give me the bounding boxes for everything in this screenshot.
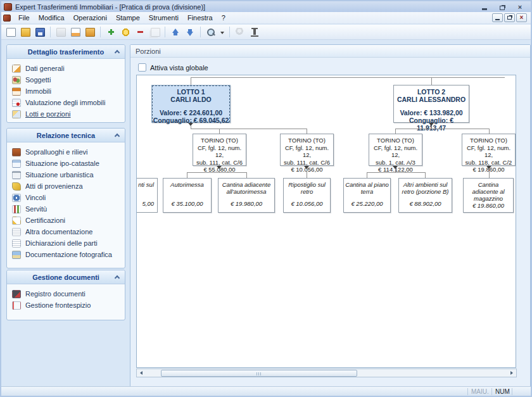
panel-header[interactable]: Relazione tecnica <box>7 129 125 142</box>
zoom-button[interactable] <box>205 26 217 39</box>
status-divider <box>467 388 468 395</box>
scroll-left-button[interactable] <box>137 369 146 377</box>
lot-node-lotto-1[interactable]: LOTTO 1 CARLI ALDO Valore: € 224.601,00 … <box>151 85 231 123</box>
export-document-button[interactable] <box>69 26 82 39</box>
restore-icon <box>507 16 512 20</box>
sidebar-item-soggetti[interactable]: Soggetti <box>12 74 122 85</box>
unit-node-4[interactable]: TORINO (TO) CF, fgl. 12, num. 12, sub. 1… <box>462 134 516 166</box>
menu-strumenti[interactable]: Strumenti <box>144 13 183 23</box>
global-view-checkbox[interactable] <box>138 63 146 72</box>
status-bar: MAIU. NUM <box>1 386 531 396</box>
copy-button[interactable] <box>148 26 161 39</box>
sidebar-item-servitu[interactable]: Servitù <box>12 203 122 215</box>
magnifier-icon <box>206 28 216 37</box>
portion-node-cantina-autorimessa[interactable]: Cantina adiacente all'autorimessa € 19.9… <box>218 178 275 213</box>
menu-operazioni[interactable]: Operazioni <box>69 13 111 23</box>
unit-node-3[interactable]: TORINO (TO) CF, fgl. 12, num. 12, sub. 1… <box>369 134 422 166</box>
new-button[interactable] <box>4 26 17 39</box>
lots-icon <box>12 110 21 118</box>
minimize-button[interactable] <box>480 3 489 11</box>
window-controls: × <box>480 3 528 11</box>
portion-value: € 88.902,00 <box>400 200 451 207</box>
toolbar <box>1 25 531 40</box>
sidebar-item-valutazione[interactable]: Valutazione degli immobili <box>12 97 122 108</box>
portion-node-ripostiglio[interactable]: Ripostiglio sul retro € 10.056,00 <box>283 178 331 213</box>
menu-stampe[interactable]: Stampe <box>111 13 144 23</box>
mdi-restore-button[interactable] <box>504 13 515 22</box>
lot-owner: CARLI ALDO <box>152 96 230 103</box>
portion-node-cantina-magazzino[interactable]: Cantina adiacente al magazzino € 19.860,… <box>463 178 514 213</box>
column-view-button[interactable] <box>248 26 261 39</box>
sidebar-item-gestione-frontespizio[interactable]: Gestione frontespizio <box>12 299 122 311</box>
unit-node-2[interactable]: TORINO (TO) CF, fgl. 12, num. 12, sub. 1… <box>280 134 334 166</box>
portion-node-clipped[interactable]: nti sul 5,00 <box>136 178 158 213</box>
export-folder-icon <box>86 28 95 37</box>
sidebar-item-immobili[interactable]: Immobili <box>12 85 122 97</box>
portion-node-autorimessa[interactable]: Autorimessa € 35.100,00 <box>163 178 212 213</box>
sidebar-item-certificazioni[interactable]: Certificazioni <box>12 215 122 226</box>
sidebar-item-vincoli[interactable]: Vincoli <box>12 192 122 203</box>
collapse-chevron-icon[interactable] <box>115 275 120 280</box>
panel-title: Relazione tecnica <box>37 132 95 139</box>
unit-city: TORINO (TO) <box>281 137 333 144</box>
sidebar-item-dati-generali[interactable]: Dati generali <box>12 63 122 74</box>
modify-button[interactable] <box>119 26 132 39</box>
menu-finestra[interactable]: Finestra <box>183 13 217 23</box>
mdi-close-button[interactable]: × <box>516 13 527 22</box>
print-button[interactable] <box>54 26 67 39</box>
photos-icon <box>12 251 21 259</box>
lot-owner: CARLI ALESSANDRO <box>394 96 469 103</box>
sidebar-item-urbanistica[interactable]: Situazione urbanistica <box>12 169 122 180</box>
lot-node-lotto-2[interactable]: LOTTO 2 CARLI ALESSANDRO Valore: € 133.9… <box>393 85 469 123</box>
minimize-icon <box>495 19 500 20</box>
horizontal-scrollbar[interactable] <box>136 369 517 377</box>
connector-line <box>307 169 307 178</box>
move-up-button[interactable] <box>169 26 182 39</box>
sidebar-item-registro-documenti[interactable]: Registro documenti <box>12 288 122 299</box>
portions-tree-canvas[interactable]: LOTTO 1 CARLI ALDO Valore: € 224.601,00 … <box>136 75 516 368</box>
sidebar-item-atti-provenienza[interactable]: Atti di provenienza <box>12 180 122 192</box>
menu-help[interactable]: ? <box>217 13 230 23</box>
unit-node-1[interactable]: TORINO (TO) CF, fgl. 12, num. 12, sub. 1… <box>193 134 246 166</box>
panel-gestione-documenti: Gestione documenti Registro documenti Ge… <box>6 270 125 320</box>
close-button[interactable]: × <box>516 3 524 11</box>
unit-ref: CF, fgl. 12, num. 12, <box>193 144 246 159</box>
restore-button[interactable] <box>498 3 507 11</box>
add-button[interactable] <box>104 26 117 39</box>
portion-node-altri-ambienti[interactable]: Altri ambienti sul retro (porzione B) € … <box>398 178 452 213</box>
delete-button[interactable] <box>134 26 146 39</box>
documents-icon <box>12 228 21 236</box>
menu-modifica[interactable]: Modifica <box>34 13 69 23</box>
web-button[interactable] <box>234 26 246 39</box>
export-folder-button[interactable] <box>84 26 96 39</box>
mdi-minimize-button[interactable] <box>492 13 503 22</box>
sidebar-item-sopralluoghi[interactable]: Sopralluoghi e rilievi <box>12 146 122 158</box>
document-system-icon[interactable] <box>3 15 11 22</box>
sidebar-item-ipo-catastale[interactable]: Situazione ipo-catastale <box>12 158 122 169</box>
save-button[interactable] <box>34 26 46 39</box>
collapse-chevron-icon[interactable] <box>115 50 120 55</box>
scroll-right-button[interactable] <box>507 369 516 377</box>
frontpage-icon <box>12 301 21 310</box>
connector-line <box>191 129 307 129</box>
open-button[interactable] <box>19 26 32 39</box>
panel-header[interactable]: Gestione documenti <box>7 270 125 284</box>
panel-relazione-tecnica: Relazione tecnica Sopralluoghi e rilievi… <box>6 128 125 268</box>
portion-node-cantina-piano-terra[interactable]: Cantina al piano terra € 25.220,00 <box>343 178 391 213</box>
sidebar-item-dichiarazioni[interactable]: Dichiarazioni delle parti <box>12 237 122 249</box>
panel-header[interactable]: Dettaglio trasferimento <box>7 45 125 59</box>
collapse-chevron-icon[interactable] <box>115 134 120 139</box>
close-icon: × <box>520 15 524 21</box>
connector-line <box>246 172 247 178</box>
portion-name: Autorimessa <box>164 181 210 188</box>
scrollbar-thumb[interactable] <box>161 370 357 377</box>
connector-line <box>395 129 489 129</box>
menu-file[interactable]: File <box>14 13 34 23</box>
sidebar-item-lotti-e-porzioni[interactable]: Lotti e porzioni <box>12 108 122 120</box>
unit-ref: CF, fgl. 12, num. 12, <box>369 144 422 159</box>
zoom-dropdown-button[interactable] <box>219 26 225 39</box>
unit-city: TORINO (TO) <box>193 137 246 144</box>
move-down-button[interactable] <box>184 26 196 39</box>
sidebar-item-altra-documentazione[interactable]: Altra documentazione <box>12 226 122 237</box>
sidebar-item-documentazione-fotografica[interactable]: Documentazione fotografica <box>12 249 122 260</box>
